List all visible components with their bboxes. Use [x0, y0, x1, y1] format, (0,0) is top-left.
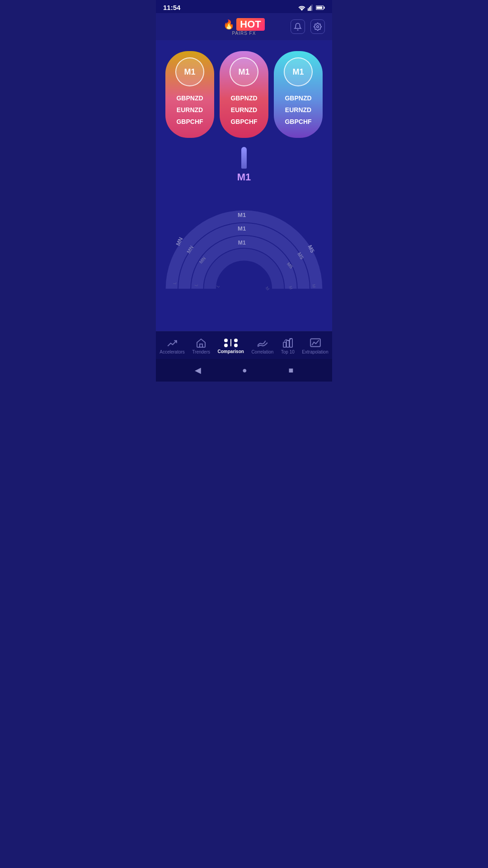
- card-2-pair-2: EURNZD: [231, 106, 257, 113]
- card-2-circle: M1: [230, 57, 258, 86]
- card-1-pair-2: EURNZD: [177, 106, 203, 113]
- nav-extrapolation[interactable]: Extrapolation: [298, 336, 332, 356]
- nav-trenders-label: Trenders: [192, 349, 210, 354]
- home-icon: [196, 338, 206, 348]
- nav-accelerators[interactable]: Accelerators: [156, 336, 188, 356]
- svg-rect-6: [316, 6, 322, 9]
- card-3-timeframe: M1: [292, 67, 304, 77]
- nav-correlation-label: Correlation: [251, 349, 273, 354]
- main-content: M1 GBPNZD EURNZD GBPCHF M1 GBPNZD EURNZD…: [156, 40, 332, 331]
- svg-rect-1: [309, 7, 310, 10]
- card-1-pair-3: GBPCHF: [176, 118, 203, 125]
- gauge-needle: [241, 147, 247, 169]
- wifi-icon: [298, 5, 306, 11]
- bottom-nav: Accelerators Trenders: [156, 331, 332, 382]
- nav-extrapolation-label: Extrapolation: [302, 349, 328, 354]
- header-actions: [291, 19, 325, 34]
- card-3[interactable]: M1 GBPNZD EURNZD GBPCHF: [274, 51, 323, 138]
- card-1-circle: M1: [175, 57, 204, 86]
- svg-rect-23: [283, 342, 286, 347]
- cards-row: M1 GBPNZD EURNZD GBPCHF M1 GBPNZD EURNZD…: [163, 51, 325, 138]
- signal-icon: [308, 5, 314, 11]
- card-2-timeframe: M1: [238, 67, 249, 77]
- battery-icon: [316, 5, 325, 11]
- card-1[interactable]: M1 GBPNZD EURNZD GBPCHF: [165, 51, 214, 138]
- recent-button[interactable]: ■: [288, 366, 293, 375]
- svg-rect-3: [311, 5, 312, 11]
- svg-text:M: M: [264, 286, 271, 292]
- nav-correlation[interactable]: Correlation: [248, 336, 277, 356]
- nav-accelerators-label: Accelerators: [160, 349, 185, 354]
- nav-comparison-label: Comparison: [218, 349, 244, 354]
- notification-button[interactable]: [291, 19, 305, 34]
- svg-text:M1: M1: [238, 225, 246, 232]
- card-3-pair-3: GBPCHF: [285, 118, 311, 125]
- gear-icon: [314, 23, 322, 31]
- nav-top10-label: Top 10: [281, 349, 295, 354]
- back-button[interactable]: ◀: [195, 365, 201, 375]
- svg-point-7: [317, 26, 319, 28]
- nav-trenders[interactable]: Trenders: [188, 336, 214, 356]
- bell-icon: [294, 23, 302, 31]
- status-bar: 11:54: [156, 0, 332, 13]
- card-2-pair-3: GBPCHF: [230, 118, 257, 125]
- logo-hot: HOT: [236, 18, 264, 31]
- card-2-pair-1: GBPNZD: [230, 94, 257, 102]
- settings-button[interactable]: [310, 19, 325, 34]
- svg-text:M1: M1: [238, 212, 246, 218]
- card-3-circle: M1: [284, 57, 313, 86]
- home-button[interactable]: ●: [242, 366, 247, 375]
- trend-up-icon: [166, 338, 178, 348]
- nav-top10[interactable]: Top 10: [277, 336, 298, 356]
- svg-rect-24: [286, 340, 289, 347]
- svg-text:M1: M1: [238, 240, 246, 246]
- status-icons: [298, 5, 325, 11]
- comparison-icon: [224, 339, 238, 347]
- card-3-pair-1: GBPNZD: [285, 94, 311, 102]
- nav-comparison[interactable]: Comparison: [214, 337, 248, 356]
- gauge-svg: MN M1 M5 MN M1 M5 MN M1 M5 L L L M: [163, 188, 325, 296]
- card-2[interactable]: M1 GBPNZD EURNZD GBPCHF: [220, 51, 268, 138]
- svg-rect-5: [324, 6, 325, 8]
- svg-rect-0: [308, 8, 309, 11]
- status-time: 11:54: [163, 4, 180, 11]
- system-nav: ◀ ● ■: [156, 359, 332, 382]
- flame-icon: 🔥: [223, 19, 235, 30]
- app-logo: 🔥 HOT PAIRS FX: [223, 18, 264, 36]
- card-1-pair-1: GBPNZD: [176, 94, 203, 102]
- gauge-center-label: M1: [237, 171, 251, 183]
- svg-rect-2: [310, 5, 311, 10]
- top10-icon: [282, 338, 293, 348]
- extrapolation-icon: [310, 338, 321, 348]
- card-1-timeframe: M1: [184, 67, 195, 77]
- svg-text:L: L: [215, 283, 221, 288]
- header: 🔥 HOT PAIRS FX: [156, 13, 332, 40]
- gauge-section[interactable]: M1 MN M1 M5: [163, 147, 325, 296]
- gauge-arc[interactable]: MN M1 M5 MN M1 M5 MN M1 M5 L L L M: [163, 188, 325, 296]
- logo-sub: PAIRS FX: [232, 31, 256, 36]
- correlation-icon: [257, 338, 268, 348]
- card-3-pair-2: EURNZD: [285, 106, 311, 113]
